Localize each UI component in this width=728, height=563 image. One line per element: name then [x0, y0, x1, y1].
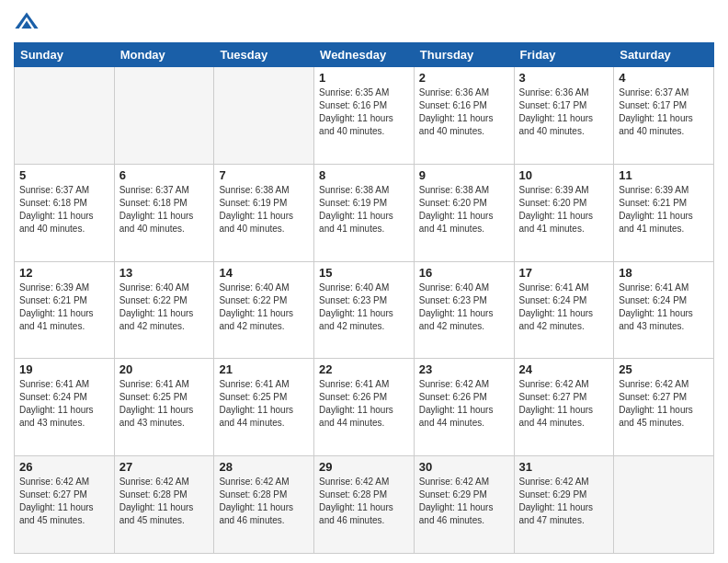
weekday-header-row: SundayMondayTuesdayWednesdayThursdayFrid… — [15, 43, 714, 67]
day-number: 6 — [119, 168, 210, 182]
day-number: 9 — [419, 168, 509, 182]
day-info: Sunrise: 6:42 AM Sunset: 6:26 PM Dayligh… — [419, 378, 509, 430]
day-cell: 28Sunrise: 6:42 AM Sunset: 6:28 PM Dayli… — [214, 456, 314, 554]
day-cell: 2Sunrise: 6:36 AM Sunset: 6:16 PM Daylig… — [414, 67, 514, 165]
day-number: 24 — [519, 362, 609, 376]
day-cell: 22Sunrise: 6:41 AM Sunset: 6:26 PM Dayli… — [314, 359, 415, 456]
logo — [14, 9, 43, 35]
weekday-header-wednesday: Wednesday — [314, 43, 415, 67]
weekday-header-monday: Monday — [114, 43, 214, 67]
day-info: Sunrise: 6:39 AM Sunset: 6:21 PM Dayligh… — [619, 184, 709, 236]
day-cell: 30Sunrise: 6:42 AM Sunset: 6:29 PM Dayli… — [414, 456, 514, 554]
day-number: 8 — [319, 168, 409, 182]
day-cell: 13Sunrise: 6:40 AM Sunset: 6:22 PM Dayli… — [114, 261, 214, 359]
day-cell: 8Sunrise: 6:38 AM Sunset: 6:19 PM Daylig… — [314, 164, 415, 261]
day-cell — [114, 67, 214, 165]
weekday-header-thursday: Thursday — [414, 43, 514, 67]
day-info: Sunrise: 6:40 AM Sunset: 6:23 PM Dayligh… — [319, 282, 409, 333]
day-cell — [15, 67, 115, 165]
day-cell: 1Sunrise: 6:35 AM Sunset: 6:16 PM Daylig… — [314, 67, 415, 165]
day-number: 2 — [419, 71, 509, 85]
weekday-header-saturday: Saturday — [614, 43, 714, 67]
day-number: 25 — [619, 362, 709, 376]
day-number: 1 — [319, 71, 409, 85]
weekday-header-tuesday: Tuesday — [214, 43, 314, 67]
day-number: 5 — [19, 168, 109, 182]
day-number: 22 — [319, 362, 409, 376]
day-cell: 25Sunrise: 6:42 AM Sunset: 6:27 PM Dayli… — [614, 359, 714, 456]
day-cell: 18Sunrise: 6:41 AM Sunset: 6:24 PM Dayli… — [614, 261, 714, 359]
day-number: 28 — [219, 460, 309, 474]
day-cell: 26Sunrise: 6:42 AM Sunset: 6:27 PM Dayli… — [15, 456, 115, 554]
day-number: 7 — [219, 168, 309, 182]
header — [14, 9, 714, 35]
day-info: Sunrise: 6:41 AM Sunset: 6:25 PM Dayligh… — [219, 378, 309, 430]
day-cell: 24Sunrise: 6:42 AM Sunset: 6:27 PM Dayli… — [514, 359, 614, 456]
day-number: 30 — [419, 460, 509, 474]
day-info: Sunrise: 6:38 AM Sunset: 6:19 PM Dayligh… — [219, 184, 309, 236]
week-row-3: 12Sunrise: 6:39 AM Sunset: 6:21 PM Dayli… — [15, 261, 714, 359]
day-info: Sunrise: 6:42 AM Sunset: 6:27 PM Dayligh… — [19, 476, 109, 527]
day-cell: 31Sunrise: 6:42 AM Sunset: 6:29 PM Dayli… — [514, 456, 614, 554]
day-cell: 16Sunrise: 6:40 AM Sunset: 6:23 PM Dayli… — [414, 261, 514, 359]
day-info: Sunrise: 6:41 AM Sunset: 6:24 PM Dayligh… — [19, 378, 109, 430]
day-number: 10 — [519, 168, 609, 182]
day-info: Sunrise: 6:36 AM Sunset: 6:16 PM Dayligh… — [419, 86, 509, 138]
day-cell: 6Sunrise: 6:37 AM Sunset: 6:18 PM Daylig… — [114, 164, 214, 261]
week-row-5: 26Sunrise: 6:42 AM Sunset: 6:27 PM Dayli… — [15, 456, 714, 554]
day-number: 13 — [119, 266, 210, 280]
day-info: Sunrise: 6:37 AM Sunset: 6:18 PM Dayligh… — [19, 184, 109, 236]
day-number: 3 — [519, 71, 609, 85]
day-cell: 9Sunrise: 6:38 AM Sunset: 6:20 PM Daylig… — [414, 164, 514, 261]
day-number: 14 — [219, 266, 309, 280]
calendar-table: SundayMondayTuesdayWednesdayThursdayFrid… — [14, 42, 714, 554]
day-number: 18 — [619, 266, 709, 280]
day-number: 11 — [619, 168, 709, 182]
day-cell: 19Sunrise: 6:41 AM Sunset: 6:24 PM Dayli… — [15, 359, 115, 456]
day-cell: 20Sunrise: 6:41 AM Sunset: 6:25 PM Dayli… — [114, 359, 214, 456]
day-info: Sunrise: 6:40 AM Sunset: 6:23 PM Dayligh… — [419, 282, 509, 333]
weekday-header-sunday: Sunday — [15, 43, 115, 67]
day-number: 21 — [219, 362, 309, 376]
week-row-1: 1Sunrise: 6:35 AM Sunset: 6:16 PM Daylig… — [15, 67, 714, 165]
day-info: Sunrise: 6:42 AM Sunset: 6:28 PM Dayligh… — [319, 476, 409, 527]
day-cell: 15Sunrise: 6:40 AM Sunset: 6:23 PM Dayli… — [314, 261, 415, 359]
day-cell — [214, 67, 314, 165]
day-number: 16 — [419, 266, 509, 280]
day-cell: 17Sunrise: 6:41 AM Sunset: 6:24 PM Dayli… — [514, 261, 614, 359]
day-number: 23 — [419, 362, 509, 376]
day-number: 19 — [19, 362, 109, 376]
page: SundayMondayTuesdayWednesdayThursdayFrid… — [0, 0, 728, 563]
day-number: 12 — [19, 266, 109, 280]
day-cell: 21Sunrise: 6:41 AM Sunset: 6:25 PM Dayli… — [214, 359, 314, 456]
day-number: 31 — [519, 460, 609, 474]
day-number: 29 — [319, 460, 409, 474]
day-info: Sunrise: 6:40 AM Sunset: 6:22 PM Dayligh… — [219, 282, 309, 333]
day-number: 20 — [119, 362, 210, 376]
day-info: Sunrise: 6:39 AM Sunset: 6:20 PM Dayligh… — [519, 184, 609, 236]
day-cell — [614, 456, 714, 554]
day-info: Sunrise: 6:37 AM Sunset: 6:18 PM Dayligh… — [119, 184, 210, 236]
day-cell: 4Sunrise: 6:37 AM Sunset: 6:17 PM Daylig… — [614, 67, 714, 165]
day-cell: 3Sunrise: 6:36 AM Sunset: 6:17 PM Daylig… — [514, 67, 614, 165]
day-cell: 7Sunrise: 6:38 AM Sunset: 6:19 PM Daylig… — [214, 164, 314, 261]
day-info: Sunrise: 6:38 AM Sunset: 6:20 PM Dayligh… — [419, 184, 509, 236]
day-info: Sunrise: 6:38 AM Sunset: 6:19 PM Dayligh… — [319, 184, 409, 236]
day-info: Sunrise: 6:40 AM Sunset: 6:22 PM Dayligh… — [119, 282, 210, 333]
day-number: 27 — [119, 460, 210, 474]
day-cell: 11Sunrise: 6:39 AM Sunset: 6:21 PM Dayli… — [614, 164, 714, 261]
day-info: Sunrise: 6:41 AM Sunset: 6:24 PM Dayligh… — [519, 282, 609, 333]
day-info: Sunrise: 6:41 AM Sunset: 6:25 PM Dayligh… — [119, 378, 210, 430]
day-info: Sunrise: 6:42 AM Sunset: 6:27 PM Dayligh… — [619, 378, 709, 430]
day-info: Sunrise: 6:41 AM Sunset: 6:24 PM Dayligh… — [619, 282, 709, 333]
week-row-4: 19Sunrise: 6:41 AM Sunset: 6:24 PM Dayli… — [15, 359, 714, 456]
day-cell: 29Sunrise: 6:42 AM Sunset: 6:28 PM Dayli… — [314, 456, 415, 554]
week-row-2: 5Sunrise: 6:37 AM Sunset: 6:18 PM Daylig… — [15, 164, 714, 261]
day-cell: 23Sunrise: 6:42 AM Sunset: 6:26 PM Dayli… — [414, 359, 514, 456]
day-cell: 12Sunrise: 6:39 AM Sunset: 6:21 PM Dayli… — [15, 261, 115, 359]
day-cell: 5Sunrise: 6:37 AM Sunset: 6:18 PM Daylig… — [15, 164, 115, 261]
weekday-header-friday: Friday — [514, 43, 614, 67]
day-info: Sunrise: 6:35 AM Sunset: 6:16 PM Dayligh… — [319, 86, 409, 138]
day-info: Sunrise: 6:42 AM Sunset: 6:28 PM Dayligh… — [119, 476, 210, 527]
day-info: Sunrise: 6:36 AM Sunset: 6:17 PM Dayligh… — [519, 86, 609, 138]
